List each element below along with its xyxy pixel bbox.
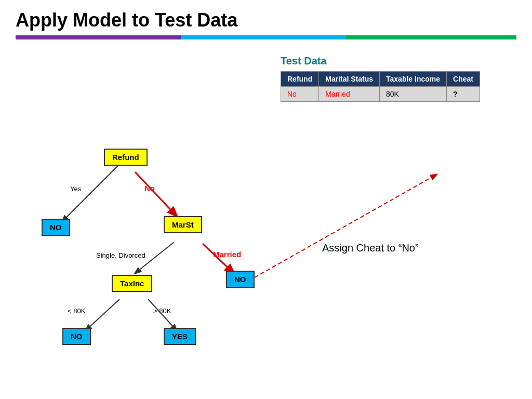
col-cheat: Cheat (447, 72, 480, 87)
svg-line-6 (255, 175, 436, 277)
svg-line-1 (135, 172, 177, 216)
svg-line-5 (148, 299, 177, 330)
label-single-divorced: Single, Divorced (96, 251, 145, 259)
node-marst: MarSt (164, 216, 202, 233)
test-data-section: Test Data Refund Marital Status Taxable … (281, 55, 480, 102)
cell-refund: No (281, 87, 319, 102)
test-data-title: Test Data (281, 55, 480, 67)
svg-line-0 (62, 164, 119, 221)
node-no1: NO (42, 219, 70, 236)
cell-cheat: ? (447, 87, 480, 102)
node-no3: NO (62, 328, 91, 345)
label-no: No (144, 184, 155, 193)
main-content: Refund NO MarSt TaxInc NO NO YES Yes No … (0, 39, 532, 397)
label-yes: Yes (70, 185, 81, 193)
cell-taxable-income: 80K (380, 87, 447, 102)
node-no2: NO (226, 271, 255, 288)
table-row: No Married 80K ? (281, 87, 480, 102)
assign-cheat-label: Assign Cheat to “No” (322, 242, 419, 254)
node-refund: Refund (104, 149, 148, 166)
label-lt80k: < 80K (68, 307, 85, 315)
cell-marital-status: Married (319, 87, 380, 102)
test-data-table: Refund Marital Status Taxable Income Che… (281, 71, 480, 102)
label-married: Married (213, 250, 241, 259)
label-gt80k: > 80K (153, 307, 171, 315)
page-title: Apply Model to Test Data (0, 0, 532, 35)
color-bar (16, 35, 516, 39)
svg-line-4 (86, 299, 119, 330)
node-yes: YES (164, 328, 196, 345)
col-refund: Refund (281, 72, 319, 87)
col-marital-status: Marital Status (319, 72, 380, 87)
col-taxable-income: Taxable Income (380, 72, 447, 87)
node-taxinc: TaxInc (112, 275, 152, 292)
